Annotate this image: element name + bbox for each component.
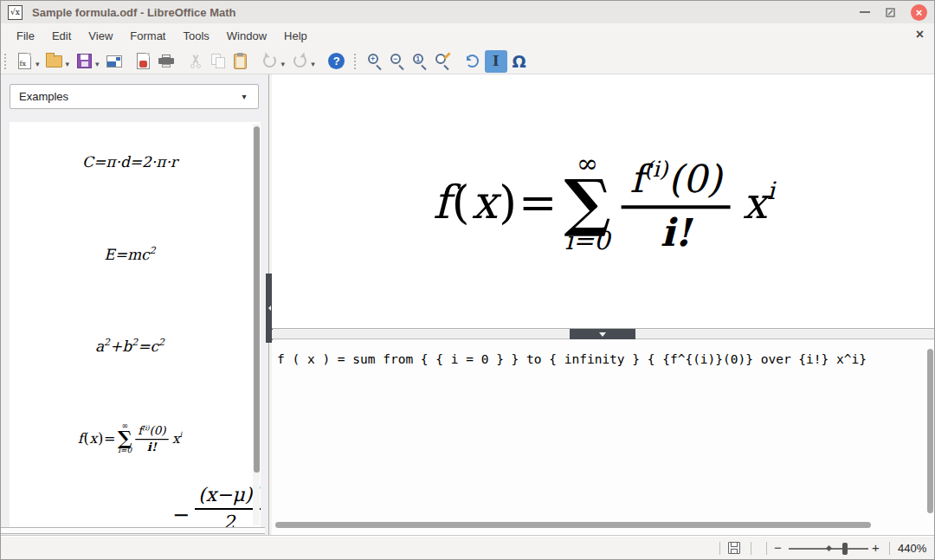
close-document-icon[interactable]: × (916, 28, 924, 42)
printer-icon (158, 55, 174, 68)
example-taylor-formula[interactable]: f(x)= ∞ ∑ i=0 f(i)(0) i! xi (78, 422, 182, 454)
redo-icon (293, 55, 306, 68)
update-button[interactable] (462, 50, 483, 73)
undo-dropdown-arrow[interactable]: ▾ (281, 60, 286, 68)
cut-button[interactable] (185, 50, 206, 73)
pane-splitter[interactable] (272, 330, 935, 339)
help-icon: ? (328, 53, 345, 69)
pdf-icon (137, 53, 150, 69)
chevron-down-icon[interactable]: ▾ (230, 85, 258, 108)
menu-format[interactable]: Format (121, 25, 174, 47)
statusbar-separator (751, 542, 751, 555)
zoom-fit-icon (435, 54, 451, 69)
formula-preview-canvas[interactable]: f(x)= ∞ ∑ i=0 f(i)(0) i! xi (272, 74, 935, 329)
menu-edit[interactable]: Edit (43, 25, 80, 47)
redo-dropdown-arrow[interactable]: ▾ (311, 60, 315, 68)
statusbar-separator (719, 542, 720, 555)
zoom-100-button[interactable]: 1 (410, 50, 431, 73)
x-power-term: xi (743, 180, 775, 226)
command-editor[interactable]: f ( x ) = sum from { { i = 0 } } to { in… (272, 340, 935, 535)
pyth-b: b (122, 338, 132, 355)
command-vscroll-thumb[interactable] (927, 349, 933, 513)
main-pane: f(x)= ∞ ∑ i=0 f(i)(0) i! xi (272, 74, 935, 535)
open-folder-icon (46, 55, 62, 68)
menu-window[interactable]: Window (218, 25, 275, 47)
text-cursor-icon: I (493, 53, 499, 69)
undo-icon (263, 55, 276, 68)
export-pdf-button[interactable] (133, 50, 154, 73)
undo-button[interactable] (260, 50, 280, 73)
examples-vscroll-thumb[interactable] (254, 126, 260, 473)
show-all-button[interactable] (433, 50, 454, 73)
paste-button[interactable] (230, 50, 251, 73)
copy-button[interactable] (208, 50, 229, 73)
save-floppy-icon (77, 54, 92, 68)
command-text[interactable]: f ( x ) = sum from { { i = 0 } } to { in… (277, 352, 920, 366)
zoom-slider-minus[interactable]: − (774, 540, 782, 555)
close-button[interactable]: × (911, 4, 927, 21)
command-vertical-scrollbar[interactable] (926, 342, 934, 519)
redo-button[interactable] (289, 50, 310, 73)
toolbar-grip[interactable] (4, 54, 9, 69)
save-dropdown-arrow[interactable]: ▾ (95, 60, 100, 68)
pyth-c-sup: 2 (158, 337, 164, 348)
example-gauss-formula[interactable]: − (x−μ)2 2 (172, 484, 261, 527)
example-pythagoras-formula[interactable]: a2+b2=c2 (10, 337, 250, 355)
document-modified-icon[interactable] (728, 542, 740, 554)
elements-sidebar: Examples ▾ C=π·d=2·π·r E=mc2 a2+b2=c2 f(… (1, 74, 269, 535)
gauss-denominator: 2 (222, 510, 235, 527)
zoom-level-value[interactable]: 440% (898, 542, 926, 555)
emc-base: E=mc (104, 246, 149, 263)
example-circle-formula[interactable]: C=π·d=2·π·r (10, 153, 250, 171)
titlebar: √x Sample formula.odf - LibreOffice Math… (1, 1, 934, 23)
app-window: √x Sample formula.odf - LibreOffice Math… (0, 0, 935, 560)
omega-icon: Ω (513, 52, 526, 71)
menu-help[interactable]: Help (275, 25, 316, 47)
pyth-a: a (95, 338, 104, 355)
email-button[interactable] (104, 50, 125, 73)
sum-sigma-symbol: ∑ (564, 177, 610, 228)
category-selector[interactable]: Examples ▾ (10, 84, 259, 109)
open-button[interactable] (44, 50, 65, 73)
command-horizontal-scrollbar[interactable] (274, 521, 923, 528)
refresh-icon (466, 55, 479, 68)
toolbar: fx ▾ ▾ ▾ ▾ (1, 48, 934, 74)
toolbar-separator (354, 54, 358, 69)
minimize-button[interactable] (860, 11, 870, 13)
menu-file[interactable]: File (8, 25, 43, 47)
examples-panel: C=π·d=2·π·r E=mc2 a2+b2=c2 f(x)= ∞ ∑ i=0 (10, 122, 261, 527)
new-formula-button[interactable]: fx (14, 50, 35, 73)
new-document-icon: fx (18, 53, 31, 69)
zoom-slider[interactable] (789, 548, 868, 550)
examples-vertical-scrollbar[interactable] (253, 124, 260, 525)
zoom-100-icon: 1 (413, 54, 429, 69)
open-dropdown-arrow[interactable]: ▾ (66, 60, 70, 68)
email-icon (106, 55, 122, 68)
copy-icon (211, 54, 225, 68)
category-selector-value: Examples (19, 90, 230, 103)
command-hscroll-thumb[interactable] (275, 522, 871, 528)
statusbar-separator (889, 542, 890, 555)
new-dropdown-arrow[interactable]: ▾ (35, 60, 40, 68)
scissors-icon (189, 55, 203, 68)
pane-splitter-handle[interactable] (570, 329, 635, 339)
menubar: File Edit View Format Tools Window Help … (1, 23, 934, 48)
save-button[interactable] (74, 50, 94, 73)
formula-cursor-button[interactable]: I (485, 50, 507, 73)
statusbar-separator (766, 542, 767, 555)
app-icon: √x (8, 5, 23, 20)
zoom-slider-center-tick (826, 545, 832, 551)
restore-button[interactable] (886, 8, 895, 17)
zoom-slider-plus[interactable]: + (872, 540, 880, 555)
symbols-button[interactable]: Ω (509, 50, 530, 73)
zoom-in-button[interactable]: + (365, 50, 386, 73)
zoom-out-icon: − (390, 54, 406, 69)
print-button[interactable] (156, 50, 177, 73)
zoom-out-button[interactable]: − (388, 50, 409, 73)
menu-view[interactable]: View (80, 25, 121, 47)
zoom-slider-handle[interactable] (842, 543, 848, 555)
menu-tools[interactable]: Tools (174, 25, 217, 47)
help-button[interactable]: ? (326, 50, 347, 73)
example-emc2-formula[interactable]: E=mc2 (10, 245, 250, 263)
examples-horizontal-scrollbar[interactable] (1, 527, 265, 534)
